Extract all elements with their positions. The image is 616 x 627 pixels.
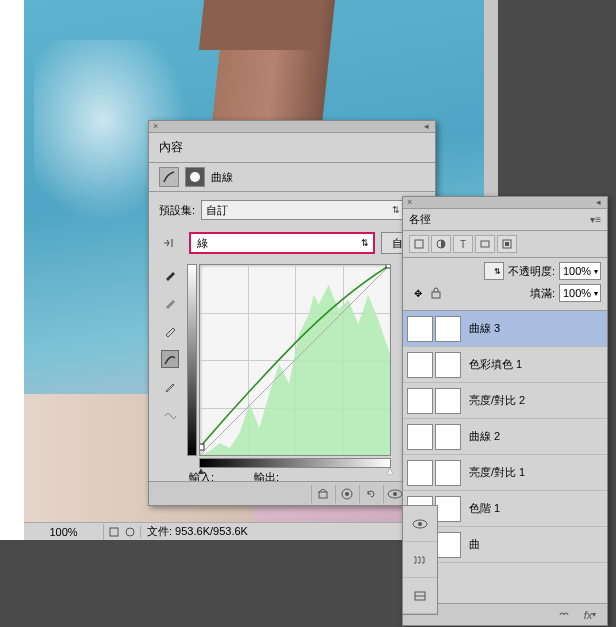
preset-value: 自訂 [206, 203, 228, 218]
layer-mask-thumb[interactable] [435, 496, 461, 522]
zoom-level[interactable]: 100% [24, 524, 104, 540]
svg-rect-8 [386, 265, 390, 268]
chevron-updown-icon: ⇅ [392, 205, 400, 215]
visibility-toggle[interactable] [403, 542, 437, 578]
filter-type-icon[interactable]: T [453, 235, 473, 253]
status-icon-1[interactable] [108, 526, 120, 538]
close-icon[interactable]: × [153, 121, 158, 131]
white-point-slider[interactable]: ▲ [385, 465, 395, 476]
svg-rect-19 [481, 241, 489, 247]
opacity-value: 100% [563, 265, 591, 277]
layer-item[interactable]: 亮度/對比 2 [403, 383, 607, 419]
mask-icon[interactable] [185, 167, 205, 187]
svg-rect-0 [110, 528, 118, 536]
svg-rect-21 [505, 242, 509, 246]
layer-name[interactable]: 曲 [465, 537, 480, 552]
layer-mask-thumb[interactable] [435, 424, 461, 450]
panel-header[interactable]: × ◂ [149, 121, 435, 133]
fill-label: 填滿: [530, 286, 555, 301]
clip-to-layer-icon[interactable] [311, 485, 333, 503]
pencil-tool-icon[interactable] [161, 378, 179, 396]
collapse-icon[interactable]: ◂ [424, 121, 429, 131]
layer-name[interactable]: 亮度/對比 1 [465, 465, 525, 480]
fill-value: 100% [563, 287, 591, 299]
curve-point-tool-icon[interactable] [161, 350, 179, 368]
layer-mask-thumb[interactable] [435, 352, 461, 378]
svg-point-2 [190, 172, 200, 182]
layer-thumb[interactable] [407, 460, 433, 486]
view-previous-icon[interactable] [335, 485, 357, 503]
channel-dropdown[interactable]: 綠 ⇅ [189, 232, 375, 254]
adjustment-icon[interactable] [159, 167, 179, 187]
status-icon-2[interactable] [124, 526, 136, 538]
layer-name[interactable]: 色彩填色 1 [465, 357, 522, 372]
black-point-slider[interactable]: ▲ [196, 465, 206, 476]
visibility-toggle[interactable] [403, 506, 437, 542]
fill-input[interactable]: 100%▾ [559, 284, 601, 302]
layer-mask-thumb[interactable] [435, 316, 461, 342]
svg-point-24 [418, 522, 422, 526]
svg-rect-22 [432, 292, 440, 298]
layer-name[interactable]: 亮度/對比 2 [465, 393, 525, 408]
layers-panel-header[interactable]: × ◂ [403, 197, 607, 209]
layer-thumb[interactable] [407, 424, 433, 450]
fx-label: fx [584, 609, 593, 621]
layer-thumb[interactable] [407, 352, 433, 378]
chevron-updown-icon: ⇅ [361, 238, 369, 248]
opacity-label: 不透明度: [508, 264, 555, 279]
layers-tab[interactable]: 各徑 [409, 212, 590, 227]
output-gradient [187, 264, 197, 456]
svg-point-13 [393, 492, 397, 496]
layer-item[interactable]: 亮度/對比 1 [403, 455, 607, 491]
collapse-icon[interactable]: ◂ [596, 197, 601, 207]
filter-adjust-icon[interactable] [431, 235, 451, 253]
properties-footer [149, 481, 435, 505]
eyedropper-black-icon[interactable] [161, 266, 179, 284]
blend-mode-dropdown[interactable]: ⇅ [484, 262, 504, 280]
opacity-input[interactable]: 100%▾ [559, 262, 601, 280]
layer-name[interactable]: 曲線 3 [465, 321, 500, 336]
link-layers-icon[interactable] [555, 607, 573, 623]
panel-menu-icon[interactable]: ▾≡ [590, 214, 601, 225]
reset-icon[interactable] [359, 485, 381, 503]
close-icon[interactable]: × [407, 197, 412, 207]
svg-rect-9 [319, 492, 327, 498]
svg-point-11 [345, 492, 349, 496]
targeted-adjust-icon[interactable] [159, 233, 183, 253]
adjustment-type-label: 曲線 [211, 170, 233, 185]
svg-point-1 [126, 528, 134, 536]
channel-value: 綠 [197, 236, 208, 251]
layer-mask-thumb[interactable] [435, 460, 461, 486]
layer-thumb[interactable] [407, 316, 433, 342]
layer-item[interactable]: 曲線 3 [403, 311, 607, 347]
properties-panel: × ◂ 內容 曲線 預設集: 自訂 ⇅ 綠 ⇅ 自動 [148, 120, 436, 506]
svg-rect-17 [415, 240, 423, 248]
fx-icon[interactable]: fx▾ [581, 607, 599, 623]
panel-title[interactable]: 內容 [149, 133, 435, 163]
preset-dropdown[interactable]: 自訂 ⇅ [201, 200, 405, 220]
layer-mask-thumb[interactable] [435, 532, 461, 558]
preset-label: 預設集: [159, 203, 195, 218]
move-icon[interactable]: ✥ [411, 286, 425, 300]
layer-mask-thumb[interactable] [435, 388, 461, 414]
file-info: 文件: 953.6K/953.6K [141, 524, 248, 539]
input-gradient [199, 458, 391, 468]
curves-graph[interactable] [199, 264, 391, 456]
svg-rect-7 [200, 444, 204, 450]
filter-smart-icon[interactable] [497, 235, 517, 253]
curve-line[interactable] [200, 265, 390, 455]
lock-icon[interactable] [429, 286, 443, 300]
eyedropper-gray-icon[interactable] [161, 294, 179, 312]
layer-thumb[interactable] [407, 388, 433, 414]
layer-item[interactable]: 色彩填色 1 [403, 347, 607, 383]
filter-pixel-icon[interactable] [409, 235, 429, 253]
layer-name[interactable]: 曲線 2 [465, 429, 500, 444]
filter-shape-icon[interactable] [475, 235, 495, 253]
visibility-toggle[interactable] [403, 578, 437, 614]
layer-name[interactable]: 色階 1 [465, 501, 500, 516]
visibility-column [402, 505, 438, 615]
layer-item[interactable]: 曲線 2 [403, 419, 607, 455]
eyedropper-white-icon[interactable] [161, 322, 179, 340]
smooth-tool-icon[interactable] [161, 406, 179, 424]
